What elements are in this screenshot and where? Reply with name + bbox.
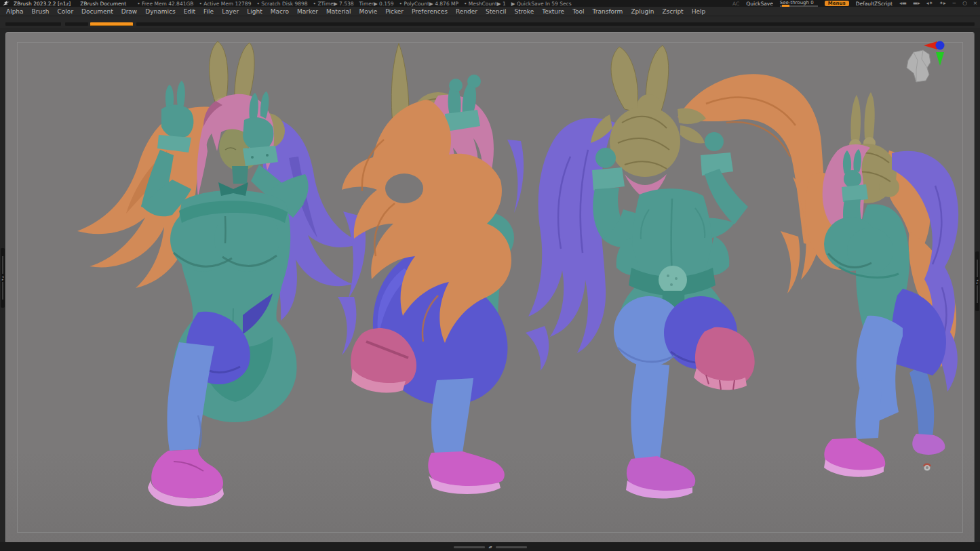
bottom-tray-divider[interactable]: ▴▾	[453, 545, 526, 549]
menu-color[interactable]: Color	[58, 8, 74, 15]
divider-slot	[496, 546, 527, 548]
menu-movie[interactable]: Movie	[359, 8, 378, 15]
shelf-segment[interactable]	[136, 22, 975, 26]
menu-transform[interactable]: Transform	[593, 8, 623, 15]
menu-brush[interactable]: Brush	[32, 8, 50, 15]
bottom-bar: ▴▾	[0, 542, 980, 551]
titlebar-controls: AC QuickSave See-through 0 Menus Default…	[732, 0, 977, 7]
menu-marker[interactable]: Marker	[297, 8, 318, 15]
divider-arrows-icon: ◂▸	[977, 279, 979, 284]
menu-dynamics[interactable]: Dynamics	[145, 8, 175, 15]
divider-slot	[977, 260, 978, 277]
menu-preferences[interactable]: Preferences	[412, 8, 448, 15]
menu-draw[interactable]: Draw	[121, 8, 138, 15]
left-tray-divider[interactable]: ◂▸	[1, 248, 5, 308]
ac-toggle[interactable]: AC	[732, 1, 739, 7]
quicksave-button[interactable]: QuickSave	[746, 1, 773, 7]
menu-tool[interactable]: Tool	[572, 8, 584, 15]
shelf-segment-active[interactable]	[90, 22, 133, 26]
divider-arrows-icon: ◂▸	[2, 275, 4, 281]
stat-active-mem: • Active Mem 12789	[199, 1, 251, 7]
menu-picker[interactable]: Picker	[385, 8, 404, 15]
menu-layer[interactable]: Layer	[222, 8, 239, 15]
menu-stencil[interactable]: Stencil	[486, 8, 506, 15]
divider-slot	[453, 546, 484, 548]
zbrush-window: ZBrush 2023.2.2 [n1z] ZBrush Document • …	[0, 0, 980, 551]
menu-bar: Alpha Brush Color Document Draw Dynamics…	[0, 7, 980, 16]
shelf-segment[interactable]	[5, 22, 61, 26]
minimize-icon[interactable]: −	[952, 0, 956, 7]
main-area: ◂▸ ◂▸ ▴▾	[0, 28, 980, 551]
stat-ztime: • ZTime▶ 7.538	[313, 1, 354, 7]
menu-edit[interactable]: Edit	[184, 8, 195, 15]
menu-zplugin[interactable]: Zplugin	[631, 8, 654, 15]
axis-z-dot[interactable]	[936, 41, 945, 50]
menu-material[interactable]: Material	[326, 8, 351, 15]
menu-render[interactable]: Render	[456, 8, 477, 15]
zbrush-logo-icon	[3, 1, 10, 6]
model-view-three-quarter[interactable]	[336, 38, 526, 512]
stat-scratch-disk: • Scratch Disk 9898	[256, 1, 307, 7]
divider-arrows-icon: ▴▾	[488, 545, 491, 549]
popout-left-icon[interactable]: ◂✦	[926, 0, 933, 7]
axis-y-arrow[interactable]	[936, 52, 944, 66]
shelf-segment[interactable]	[65, 22, 88, 26]
model-view-front[interactable]	[65, 36, 370, 517]
document-title: ZBrush Document	[80, 1, 126, 7]
camera-orientation-gizmo[interactable]	[899, 40, 958, 89]
menu-file[interactable]: File	[203, 8, 214, 15]
document-canvas[interactable]	[5, 32, 975, 544]
model-view-side[interactable]	[802, 43, 965, 487]
tray-left-icon[interactable]: ◂▬	[899, 0, 907, 7]
stat-timer: Timer▶ 0.159	[359, 1, 394, 7]
menu-document[interactable]: Document	[81, 8, 113, 15]
default-zscript-button[interactable]: DefaultZScript	[856, 1, 893, 7]
app-title: ZBrush 2023.2.2 [n1z]	[14, 1, 71, 7]
axis-x-arrow[interactable]	[924, 41, 937, 49]
model-view-back[interactable]	[523, 41, 835, 509]
title-bar: ZBrush 2023.2.2 [n1z] ZBrush Document • …	[0, 0, 980, 7]
menu-texture[interactable]: Texture	[542, 8, 564, 15]
menu-help[interactable]: Help	[692, 8, 706, 15]
pivot-marker-icon	[922, 461, 933, 473]
menu-stroke[interactable]: Stroke	[514, 8, 534, 15]
window-icons: ◂▬ ▬▸ ◂✦ ✦▸ − ○ ×	[899, 0, 977, 7]
stat-meshcount: • MeshCount▶ 1	[464, 1, 506, 7]
popout-right-icon[interactable]: ✦▸	[939, 0, 946, 7]
menu-macro[interactable]: Macro	[271, 8, 289, 15]
menus-button[interactable]: Menus	[825, 1, 849, 6]
divider-slot	[977, 285, 978, 303]
nav-head-icon[interactable]	[907, 50, 930, 82]
menu-alpha[interactable]: Alpha	[6, 8, 24, 15]
top-shelf	[0, 16, 980, 28]
tray-right-icon[interactable]: ▬▸	[913, 0, 920, 7]
menu-light[interactable]: Light	[247, 8, 262, 15]
restore-icon[interactable]: ○	[962, 0, 967, 7]
menu-zscript[interactable]: Zscript	[662, 8, 683, 15]
right-tray-divider[interactable]: ◂▸	[975, 251, 979, 311]
stat-polycount: • PolyCount▶ 4.876 MP	[399, 1, 458, 7]
close-icon[interactable]: ×	[973, 0, 977, 7]
divider-slot	[2, 256, 3, 274]
stat-free-mem: • Free Mem 42.841GB	[137, 1, 193, 7]
status-stats: • Free Mem 42.841GB • Active Mem 12789 •…	[137, 1, 571, 7]
divider-slot	[2, 282, 3, 300]
see-through-slider[interactable]: See-through 0	[780, 1, 818, 7]
stat-quicksave-countdown: ▶ QuickSave In 59 Secs	[511, 1, 572, 7]
